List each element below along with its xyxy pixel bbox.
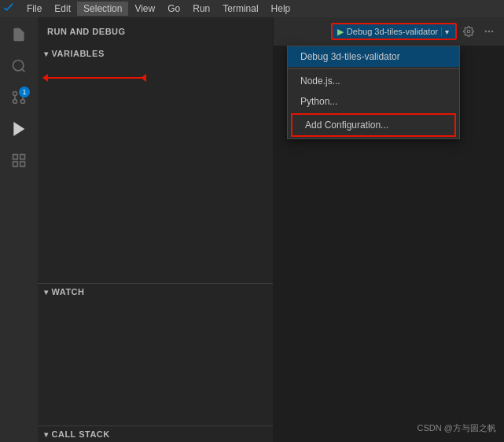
debug-config-dropdown[interactable]: ▶ Debug 3d-tiles-validator ▾ xyxy=(331,23,457,40)
sidebar-header: RUN AND DEBUG xyxy=(38,17,273,46)
arrow-indicator xyxy=(38,61,273,94)
watch-content xyxy=(38,300,273,425)
arrow-line xyxy=(47,77,142,79)
dropdown-item-add-config[interactable]: Add Configuration... xyxy=(291,113,456,137)
debug-config-label: Debug 3d-tiles-validator xyxy=(347,27,438,36)
main-layout: 1 RUN AND DEBUG ▾ VARIABLES xyxy=(0,17,504,442)
svg-rect-7 xyxy=(13,162,18,167)
menu-edit[interactable]: Edit xyxy=(48,2,77,16)
menu-terminal[interactable]: Terminal xyxy=(216,2,264,16)
dropdown-item-nodejs[interactable]: Node.js... xyxy=(288,71,459,91)
variables-chevron: ▾ xyxy=(44,50,49,58)
activity-bar: 1 xyxy=(0,17,38,442)
menu-help[interactable]: Help xyxy=(265,2,297,16)
explorer-icon[interactable] xyxy=(5,20,33,49)
watch-chevron: ▾ xyxy=(44,288,49,297)
svg-rect-8 xyxy=(20,162,25,167)
app-logo xyxy=(3,2,16,15)
menu-bar: File Edit Selection View Go Run Terminal… xyxy=(0,0,504,17)
variables-label: VARIABLES xyxy=(52,49,105,58)
variables-content xyxy=(38,61,273,283)
dropdown-item-debug-validator[interactable]: Debug 3d-tiles-validator xyxy=(288,46,459,67)
menu-view[interactable]: View xyxy=(128,2,161,16)
svg-point-11 xyxy=(488,31,490,32)
svg-point-3 xyxy=(13,100,17,104)
callstack-section-header[interactable]: ▾ CALL STACK xyxy=(38,426,273,442)
callstack-chevron: ▾ xyxy=(44,430,49,439)
variables-section-header[interactable]: ▾ VARIABLES xyxy=(38,46,273,61)
debug-dropdown-menu: Debug 3d-tiles-validator Node.js... Pyth… xyxy=(287,46,460,139)
svg-point-12 xyxy=(491,31,493,32)
watch-section: ▾ WATCH xyxy=(38,283,273,425)
svg-point-10 xyxy=(485,31,487,32)
svg-point-1 xyxy=(21,100,25,104)
svg-rect-5 xyxy=(13,155,18,160)
svg-rect-6 xyxy=(20,155,25,160)
menu-run[interactable]: Run xyxy=(186,2,216,16)
source-control-badge: 1 xyxy=(19,87,30,98)
watch-label: WATCH xyxy=(52,287,85,297)
search-icon[interactable] xyxy=(5,52,33,80)
watch-section-header[interactable]: ▾ WATCH xyxy=(38,284,273,300)
watermark: CSDN @方与圆之帆 xyxy=(418,422,496,434)
sidebar: RUN AND DEBUG ▾ VARIABLES ▾ WATCH ▾ CALL… xyxy=(38,17,274,442)
svg-point-0 xyxy=(13,61,24,71)
gear-button[interactable] xyxy=(460,23,477,40)
source-control-icon[interactable]: 1 xyxy=(5,83,33,112)
dropdown-item-python[interactable]: Python... xyxy=(288,91,459,112)
callstack-section: ▾ CALL STACK xyxy=(38,425,273,442)
debug-toolbar: ▶ Debug 3d-tiles-validator ▾ xyxy=(274,17,504,46)
callstack-label: CALL STACK xyxy=(52,429,110,439)
more-button[interactable] xyxy=(480,23,498,40)
menu-go[interactable]: Go xyxy=(161,2,186,16)
right-panel: ▶ Debug 3d-tiles-validator ▾ Debug 3d-ti… xyxy=(274,17,504,442)
dropdown-chevron-icon[interactable]: ▾ xyxy=(441,28,451,36)
menu-file[interactable]: File xyxy=(20,2,48,16)
svg-point-9 xyxy=(467,30,470,33)
play-icon: ▶ xyxy=(337,27,344,37)
svg-point-2 xyxy=(13,92,17,96)
dropdown-separator-1 xyxy=(288,68,459,69)
sidebar-title: RUN AND DEBUG xyxy=(47,27,126,36)
extensions-icon[interactable] xyxy=(5,146,33,175)
run-debug-activity-icon[interactable] xyxy=(5,115,33,143)
menu-selection[interactable]: Selection xyxy=(77,2,128,16)
